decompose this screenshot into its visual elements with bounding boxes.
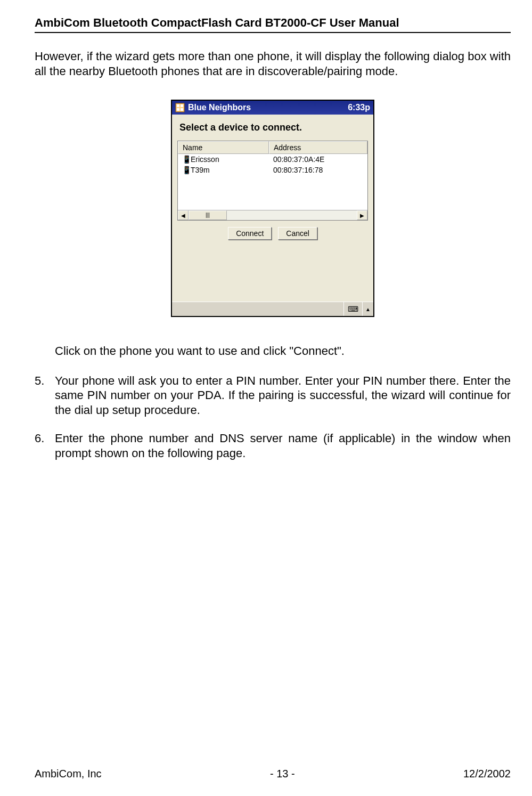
window-titlebar: Blue Neighbors 6:33p [172, 101, 373, 115]
device-address: 00:80:37:0A:4E [269, 155, 367, 164]
page: AmbiCom Bluetooth CompactFlash Card BT20… [0, 0, 532, 796]
screenshot-container: Blue Neighbors 6:33p Select a device to … [35, 100, 511, 317]
app-icon [175, 103, 185, 112]
phone-icon: 📱 [182, 155, 189, 164]
list-item[interactable]: 📱 Ericsson 00:80:37:0A:4E [178, 154, 367, 165]
sip-taskbar: ⌨ ▲ [172, 302, 373, 316]
device-name: T39m [191, 166, 210, 174]
list-item[interactable]: 📱 T39m 00:80:37:16:78 [178, 165, 367, 175]
step-5: 5. Your phone will ask you to enter a PI… [35, 373, 511, 418]
device-address: 00:80:37:16:78 [269, 165, 367, 175]
step-number: 5. [35, 373, 55, 418]
button-row: Connect Cancel [177, 227, 368, 240]
intro-paragraph: However, if the wizard gets more than on… [35, 49, 511, 78]
keyboard-icon[interactable]: ⌨ [343, 302, 362, 316]
scroll-right-arrow-icon[interactable]: ▶ [357, 210, 367, 220]
header-rule [35, 32, 511, 33]
page-footer: AmbiCom, Inc - 13 - 12/2/2002 [35, 768, 511, 780]
clock: 6:33p [348, 103, 370, 112]
listview-body: 📱 Ericsson 00:80:37:0A:4E 📱 T39m 00:80:3… [178, 154, 367, 210]
column-header-address[interactable]: Address [269, 141, 367, 154]
document-header-title: AmbiCom Bluetooth CompactFlash Card BT20… [35, 16, 511, 30]
footer-company: AmbiCom, Inc [35, 768, 102, 780]
window-title: Blue Neighbors [188, 103, 348, 112]
connect-button[interactable]: Connect [228, 227, 272, 240]
click-instruction-paragraph: Click on the phone you want to use and c… [55, 344, 511, 359]
horizontal-scrollbar[interactable]: ◀ ||| ▶ [178, 210, 367, 220]
footer-date: 12/2/2002 [463, 768, 511, 780]
up-arrow-icon[interactable]: ▲ [362, 302, 373, 316]
phone-icon: 📱 [182, 166, 189, 174]
window-client-area: Select a device to connect. Name Address… [172, 115, 373, 316]
column-header-name[interactable]: Name [178, 141, 269, 154]
cancel-button[interactable]: Cancel [278, 227, 317, 240]
scroll-left-arrow-icon[interactable]: ◀ [178, 210, 189, 220]
step-text: Enter the phone number and DNS server na… [55, 431, 511, 460]
svg-rect-2 [181, 104, 183, 107]
step-6: 6. Enter the phone number and DNS server… [35, 431, 511, 460]
svg-rect-4 [181, 108, 183, 111]
step-number: 6. [35, 431, 55, 460]
svg-rect-3 [177, 108, 179, 111]
instruction-label: Select a device to connect. [179, 122, 368, 133]
step-text: Your phone will ask you to enter a PIN n… [55, 373, 511, 418]
svg-rect-1 [177, 104, 179, 107]
pda-screenshot: Blue Neighbors 6:33p Select a device to … [171, 100, 374, 317]
device-listview[interactable]: Name Address 📱 Ericsson 00:80:37:0A:4E [177, 141, 368, 221]
device-name: Ericsson [191, 155, 219, 164]
listview-header: Name Address [178, 141, 367, 154]
scroll-track[interactable] [227, 210, 357, 220]
scroll-thumb[interactable]: ||| [189, 210, 227, 220]
footer-page-number: - 13 - [270, 768, 295, 780]
